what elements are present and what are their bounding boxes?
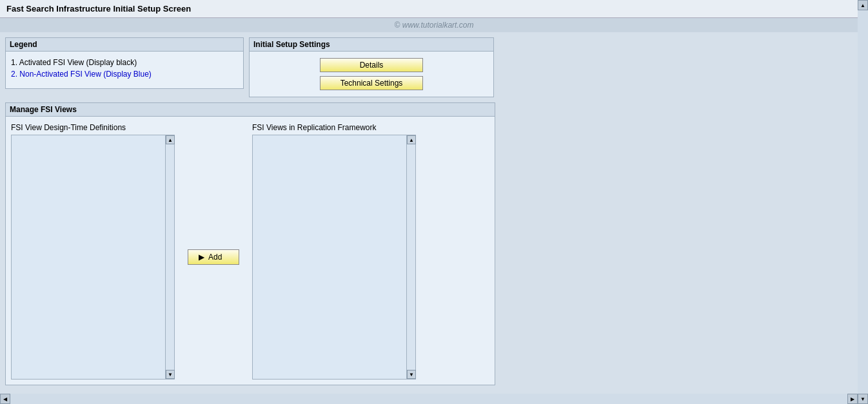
legend-panel-body: 1. Activated FSI View (Display black) 2.…: [6, 52, 243, 85]
window-scrollbar: ▲ ▼: [858, 0, 868, 390]
main-content: Legend 1. Activated FSI View (Display bl…: [0, 32, 868, 390]
top-row: Legend 1. Activated FSI View (Display bl…: [5, 37, 863, 97]
window-scroll-up[interactable]: ▲: [858, 0, 868, 10]
scroll-track-left: [166, 144, 174, 370]
fsi-left-list-container: ▲ ▼: [11, 135, 175, 380]
fsi-left-column: FSI View Design-Time Definitions ▲ ▼: [11, 122, 175, 380]
fsi-right-list[interactable]: [252, 135, 407, 380]
legend-panel-header: Legend: [6, 38, 243, 52]
manage-panel-body: FSI View Design-Time Definitions ▲ ▼ ▶ A…: [6, 117, 495, 385]
scroll-up-btn-right[interactable]: ▲: [407, 135, 416, 144]
setup-panel: Initial Setup Settings Details Technical…: [249, 37, 494, 97]
setup-panel-header: Initial Setup Settings: [250, 38, 493, 52]
add-button-label: Add: [208, 253, 222, 262]
legend-panel: Legend 1. Activated FSI View (Display bl…: [5, 37, 244, 89]
app-title: Fast Search Infrastructure Initial Setup…: [6, 4, 191, 14]
title-bar: Fast Search Infrastructure Initial Setup…: [0, 0, 868, 18]
scroll-down-btn-right[interactable]: ▼: [407, 370, 416, 379]
add-button-arrow: ▶: [199, 253, 204, 262]
fsi-left-list[interactable]: [11, 135, 166, 380]
add-button[interactable]: ▶ Add: [188, 249, 239, 265]
scroll-down-btn-left[interactable]: ▼: [166, 370, 175, 379]
fsi-right-column: FSI Views in Replication Framework ▲ ▼: [252, 122, 416, 380]
legend-item-1: 1. Activated FSI View (Display black): [11, 57, 238, 68]
fsi-right-scrollbar: ▲ ▼: [407, 135, 416, 380]
manage-panel-header: Manage FSI Views: [6, 103, 495, 117]
manage-panel: Manage FSI Views FSI View Design-Time De…: [5, 102, 495, 385]
details-button[interactable]: Details: [320, 58, 423, 72]
fsi-left-column-label: FSI View Design-Time Definitions: [11, 122, 175, 135]
watermark-bar: © www.tutorialkart.com: [0, 18, 868, 32]
legend-item-2: 2. Non-Activated FSI View (Display Blue): [11, 68, 238, 80]
setup-panel-body: Details Technical Settings: [250, 52, 493, 97]
technical-settings-button[interactable]: Technical Settings: [320, 76, 423, 90]
fsi-right-list-container: ▲ ▼: [252, 135, 416, 380]
window-scroll-track: [858, 10, 868, 390]
add-area: ▶ Add: [175, 122, 252, 380]
fsi-left-scrollbar: ▲ ▼: [166, 135, 175, 380]
scroll-track-right: [407, 144, 415, 370]
scroll-up-btn-left[interactable]: ▲: [166, 135, 175, 144]
fsi-right-column-label: FSI Views in Replication Framework: [252, 122, 416, 135]
watermark-text: © www.tutorialkart.com: [395, 21, 474, 30]
